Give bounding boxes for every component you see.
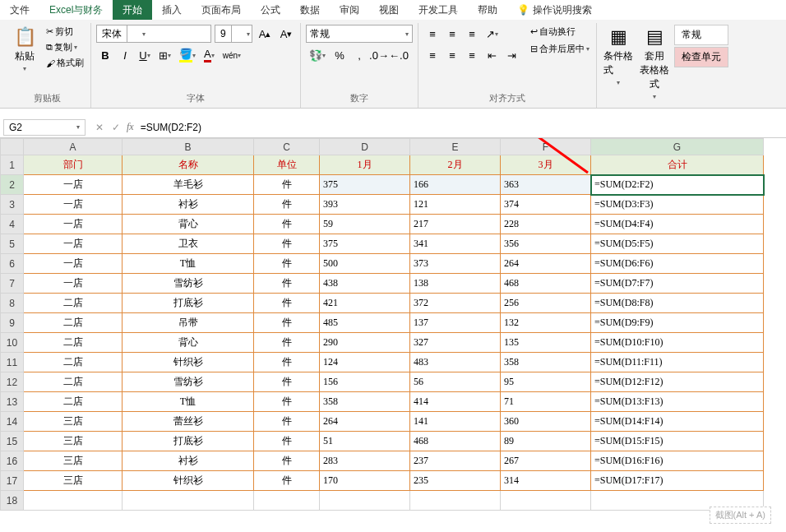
cell-B5[interactable]: 卫衣 <box>123 234 254 254</box>
align-bottom-button[interactable]: ≡ <box>463 25 481 43</box>
cell-E4[interactable]: 217 <box>410 215 501 234</box>
cell-A15[interactable]: 三店 <box>24 432 123 451</box>
row-head-14[interactable]: 14 <box>1 412 24 432</box>
table-format-button[interactable]: ▤ 套用 表格格式 ▾ <box>638 25 671 102</box>
cell-A9[interactable]: 二店 <box>24 313 123 333</box>
row-head-8[interactable]: 8 <box>1 294 24 313</box>
col-head-C[interactable]: C <box>254 139 320 155</box>
cell-B11[interactable]: 针织衫 <box>123 353 254 372</box>
cell-F5[interactable]: 356 <box>501 234 591 254</box>
cell-D4[interactable]: 59 <box>320 215 410 234</box>
underline-button[interactable]: U▾ <box>136 46 154 64</box>
cell-F17[interactable]: 314 <box>501 471 591 491</box>
cell-E1[interactable]: 2月 <box>410 155 501 175</box>
menu-layout[interactable]: 页面布局 <box>192 0 251 20</box>
cell-C13[interactable]: 件 <box>254 392 320 412</box>
cell-C12[interactable]: 件 <box>254 372 320 392</box>
cell-B1[interactable]: 名称 <box>123 155 254 175</box>
cell-G15[interactable]: =SUM(D15:F15) <box>591 432 764 451</box>
cell-G8[interactable]: =SUM(D8:F8) <box>591 294 764 313</box>
cell-G2[interactable]: =SUM(D2:F2) <box>591 175 764 195</box>
cell-A1[interactable]: 部门 <box>24 155 123 175</box>
menu-view[interactable]: 视图 <box>369 0 409 20</box>
cell-E14[interactable]: 141 <box>410 412 501 432</box>
cell-D18[interactable] <box>320 491 410 511</box>
row-head-4[interactable]: 4 <box>1 215 24 234</box>
row-head-11[interactable]: 11 <box>1 353 24 372</box>
row-head-18[interactable]: 18 <box>1 491 24 511</box>
cell-D6[interactable]: 500 <box>320 254 410 274</box>
align-left-button[interactable]: ≡ <box>423 46 442 64</box>
worksheet[interactable]: ABCDEFG1部门名称单位1月2月3月合计2一店羊毛衫件375166363=S… <box>0 138 786 511</box>
cell-F4[interactable]: 228 <box>501 215 591 234</box>
cell-F12[interactable]: 95 <box>501 372 591 392</box>
cell-F7[interactable]: 468 <box>501 274 591 294</box>
menu-file[interactable]: 文件 <box>0 0 39 20</box>
col-head-E[interactable]: E <box>410 139 501 155</box>
wrap-text-button[interactable]: ↩自动换行 <box>529 25 591 39</box>
enter-formula-button[interactable]: ✓ <box>112 122 120 133</box>
row-head-10[interactable]: 10 <box>1 333 24 353</box>
cell-B15[interactable]: 打底衫 <box>123 432 254 451</box>
cell-E11[interactable]: 483 <box>410 353 501 372</box>
cell-D11[interactable]: 124 <box>320 353 410 372</box>
menu-help[interactable]: 帮助 <box>468 0 507 20</box>
row-head-13[interactable]: 13 <box>1 392 24 412</box>
cell-D16[interactable]: 283 <box>320 451 410 471</box>
cell-C9[interactable]: 件 <box>254 313 320 333</box>
cell-B18[interactable] <box>123 491 254 511</box>
cell-B7[interactable]: 雪纺衫 <box>123 274 254 294</box>
decrease-decimal-button[interactable]: ←.0 <box>390 46 408 64</box>
cell-B13[interactable]: T恤 <box>123 392 254 412</box>
cell-B14[interactable]: 蕾丝衫 <box>123 412 254 432</box>
decrease-indent-button[interactable]: ⇤ <box>483 46 501 64</box>
borders-button[interactable]: ⊞▾ <box>155 46 174 64</box>
cell-A3[interactable]: 一店 <box>24 195 123 215</box>
cell-F13[interactable]: 71 <box>501 392 591 412</box>
cell-F11[interactable]: 358 <box>501 353 591 372</box>
menu-developer[interactable]: 开发工具 <box>409 0 468 20</box>
cell-D13[interactable]: 358 <box>320 392 410 412</box>
cell-F10[interactable]: 135 <box>501 333 591 353</box>
row-head-9[interactable]: 9 <box>1 313 24 333</box>
col-head-G[interactable]: G <box>591 139 764 155</box>
increase-font-button[interactable]: A▴ <box>256 25 274 43</box>
cell-B12[interactable]: 雪纺衫 <box>123 372 254 392</box>
cell-C5[interactable]: 件 <box>254 234 320 254</box>
cell-E10[interactable]: 327 <box>410 333 501 353</box>
cell-E12[interactable]: 56 <box>410 372 501 392</box>
menu-formulas[interactable]: 公式 <box>251 0 290 20</box>
row-head-16[interactable]: 16 <box>1 451 24 471</box>
cell-A14[interactable]: 三店 <box>24 412 123 432</box>
cell-G4[interactable]: =SUM(D4:F4) <box>591 215 764 234</box>
cell-G3[interactable]: =SUM(D3:F3) <box>591 195 764 215</box>
cell-E17[interactable]: 235 <box>410 471 501 491</box>
cell-B2[interactable]: 羊毛衫 <box>123 175 254 195</box>
menu-data[interactable]: 数据 <box>290 0 330 20</box>
cell-A11[interactable]: 二店 <box>24 353 123 372</box>
cell-A2[interactable]: 一店 <box>24 175 123 195</box>
cell-G5[interactable]: =SUM(D5:F5) <box>591 234 764 254</box>
paste-button[interactable]: 📋 粘贴 ▾ <box>8 25 41 74</box>
percent-button[interactable]: % <box>331 46 349 64</box>
cell-A16[interactable]: 三店 <box>24 451 123 471</box>
col-head-D[interactable]: D <box>320 139 410 155</box>
cell-F15[interactable]: 89 <box>501 432 591 451</box>
increase-indent-button[interactable]: ⇥ <box>502 46 520 64</box>
cell-B6[interactable]: T恤 <box>123 254 254 274</box>
cell-F16[interactable]: 267 <box>501 451 591 471</box>
fill-color-button[interactable]: 🪣▾ <box>176 46 199 64</box>
cell-A17[interactable]: 三店 <box>24 471 123 491</box>
currency-button[interactable]: 💱▾ <box>306 46 329 64</box>
cell-D9[interactable]: 485 <box>320 313 410 333</box>
cell-C4[interactable]: 件 <box>254 215 320 234</box>
align-middle-button[interactable]: ≡ <box>443 25 461 43</box>
cell-E15[interactable]: 468 <box>410 432 501 451</box>
cell-B17[interactable]: 针织衫 <box>123 471 254 491</box>
cell-C15[interactable]: 件 <box>254 432 320 451</box>
merge-center-button[interactable]: ⊟合并后居中▾ <box>529 42 591 56</box>
cell-D8[interactable]: 421 <box>320 294 410 313</box>
cell-E8[interactable]: 372 <box>410 294 501 313</box>
conditional-format-button[interactable]: ▦ 条件格式 ▾ <box>602 25 635 88</box>
align-center-button[interactable]: ≡ <box>443 46 461 64</box>
